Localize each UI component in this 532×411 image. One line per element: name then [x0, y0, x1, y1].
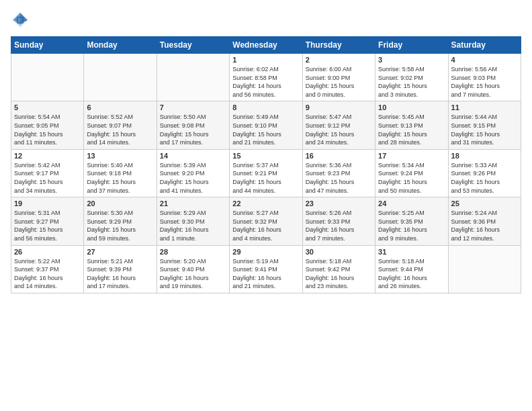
- day-number: 22: [232, 199, 299, 208]
- logo-icon: [11, 11, 30, 30]
- day-info: Sunrise: 5:47 AM Sunset: 9:12 PM Dayligh…: [306, 113, 372, 146]
- day-info: Sunrise: 5:20 AM Sunset: 9:40 PM Dayligh…: [160, 257, 226, 291]
- day-cell-14: 14Sunrise: 5:39 AM Sunset: 9:20 PM Dayli…: [157, 149, 229, 197]
- day-number: 1: [232, 56, 299, 64]
- day-info: Sunrise: 5:30 AM Sunset: 9:29 PM Dayligh…: [87, 209, 153, 242]
- day-cell-13: 13Sunrise: 5:40 AM Sunset: 9:18 PM Dayli…: [84, 149, 157, 197]
- day-info: Sunrise: 5:18 AM Sunset: 9:44 PM Dayligh…: [378, 257, 445, 291]
- header-row: SundayMondayTuesdayWednesdayThursdayFrid…: [11, 37, 521, 54]
- day-cell-28: 28Sunrise: 5:20 AM Sunset: 9:40 PM Dayli…: [157, 245, 229, 293]
- day-cell-24: 24Sunrise: 5:25 AM Sunset: 9:35 PM Dayli…: [375, 197, 448, 245]
- day-cell-23: 23Sunrise: 5:26 AM Sunset: 9:33 PM Dayli…: [302, 197, 375, 245]
- header-cell-tuesday: Tuesday: [157, 37, 229, 54]
- day-number: 3: [378, 56, 445, 64]
- day-info: Sunrise: 5:50 AM Sunset: 9:08 PM Dayligh…: [160, 113, 226, 146]
- day-cell-15: 15Sunrise: 5:37 AM Sunset: 9:21 PM Dayli…: [230, 149, 302, 197]
- day-number: 30: [306, 248, 372, 256]
- header-cell-monday: Monday: [84, 37, 157, 54]
- day-number: 26: [14, 248, 81, 256]
- day-number: 31: [378, 248, 445, 256]
- day-cell-1: 1Sunrise: 6:02 AM Sunset: 8:58 PM Daylig…: [230, 54, 302, 101]
- day-info: Sunrise: 5:45 AM Sunset: 9:13 PM Dayligh…: [378, 113, 445, 146]
- day-info: Sunrise: 5:42 AM Sunset: 9:17 PM Dayligh…: [14, 161, 81, 195]
- day-info: Sunrise: 5:54 AM Sunset: 9:05 PM Dayligh…: [14, 113, 81, 146]
- day-cell-8: 8Sunrise: 5:49 AM Sunset: 9:10 PM Daylig…: [230, 101, 302, 149]
- day-info: Sunrise: 5:26 AM Sunset: 9:33 PM Dayligh…: [306, 209, 372, 242]
- empty-cell: [11, 54, 84, 101]
- empty-cell: [448, 245, 521, 293]
- day-info: Sunrise: 5:19 AM Sunset: 9:41 PM Dayligh…: [232, 257, 299, 291]
- day-number: 5: [14, 103, 81, 111]
- day-info: Sunrise: 5:34 AM Sunset: 9:24 PM Dayligh…: [378, 161, 445, 195]
- day-cell-6: 6Sunrise: 5:52 AM Sunset: 9:07 PM Daylig…: [84, 101, 157, 149]
- day-info: Sunrise: 5:58 AM Sunset: 9:02 PM Dayligh…: [378, 65, 445, 99]
- page-header: [11, 11, 521, 30]
- day-info: Sunrise: 5:33 AM Sunset: 9:26 PM Dayligh…: [451, 161, 518, 195]
- day-number: 15: [232, 152, 299, 160]
- day-info: Sunrise: 5:40 AM Sunset: 9:18 PM Dayligh…: [87, 161, 153, 195]
- day-cell-18: 18Sunrise: 5:33 AM Sunset: 9:26 PM Dayli…: [448, 149, 521, 197]
- day-number: 23: [306, 199, 372, 208]
- day-cell-25: 25Sunrise: 5:24 AM Sunset: 9:36 PM Dayli…: [448, 197, 521, 245]
- day-cell-27: 27Sunrise: 5:21 AM Sunset: 9:39 PM Dayli…: [84, 245, 157, 293]
- day-number: 24: [378, 199, 445, 208]
- day-cell-4: 4Sunrise: 5:56 AM Sunset: 9:03 PM Daylig…: [448, 54, 521, 101]
- day-number: 7: [160, 103, 226, 111]
- day-number: 14: [160, 152, 226, 160]
- calendar-week-5: 26Sunrise: 5:22 AM Sunset: 9:37 PM Dayli…: [11, 245, 521, 293]
- day-info: Sunrise: 5:36 AM Sunset: 9:23 PM Dayligh…: [306, 161, 372, 195]
- day-number: 27: [87, 248, 153, 256]
- day-number: 2: [306, 56, 372, 64]
- day-cell-2: 2Sunrise: 6:00 AM Sunset: 9:00 PM Daylig…: [302, 54, 375, 101]
- day-number: 11: [451, 103, 518, 111]
- day-cell-21: 21Sunrise: 5:29 AM Sunset: 9:30 PM Dayli…: [157, 197, 229, 245]
- day-cell-9: 9Sunrise: 5:47 AM Sunset: 9:12 PM Daylig…: [302, 101, 375, 149]
- day-info: Sunrise: 5:56 AM Sunset: 9:03 PM Dayligh…: [451, 65, 518, 99]
- day-number: 25: [451, 199, 518, 208]
- calendar-header: SundayMondayTuesdayWednesdayThursdayFrid…: [11, 37, 521, 54]
- day-number: 28: [160, 248, 226, 256]
- day-info: Sunrise: 5:25 AM Sunset: 9:35 PM Dayligh…: [378, 209, 445, 242]
- day-number: 12: [14, 152, 81, 160]
- day-number: 6: [87, 103, 153, 111]
- calendar-body: 1Sunrise: 6:02 AM Sunset: 8:58 PM Daylig…: [11, 54, 521, 293]
- day-cell-22: 22Sunrise: 5:27 AM Sunset: 9:32 PM Dayli…: [230, 197, 302, 245]
- calendar-week-1: 1Sunrise: 6:02 AM Sunset: 8:58 PM Daylig…: [11, 54, 521, 101]
- day-cell-30: 30Sunrise: 5:18 AM Sunset: 9:42 PM Dayli…: [302, 245, 375, 293]
- day-cell-12: 12Sunrise: 5:42 AM Sunset: 9:17 PM Dayli…: [11, 149, 84, 197]
- day-number: 29: [232, 248, 299, 256]
- logo: [11, 11, 32, 30]
- header-cell-thursday: Thursday: [302, 37, 375, 54]
- day-info: Sunrise: 5:39 AM Sunset: 9:20 PM Dayligh…: [160, 161, 226, 195]
- day-cell-11: 11Sunrise: 5:44 AM Sunset: 9:15 PM Dayli…: [448, 101, 521, 149]
- day-number: 17: [378, 152, 445, 160]
- day-info: Sunrise: 5:52 AM Sunset: 9:07 PM Dayligh…: [87, 113, 153, 146]
- calendar-week-3: 12Sunrise: 5:42 AM Sunset: 9:17 PM Dayli…: [11, 149, 521, 197]
- day-info: Sunrise: 6:02 AM Sunset: 8:58 PM Dayligh…: [232, 65, 299, 99]
- day-cell-3: 3Sunrise: 5:58 AM Sunset: 9:02 PM Daylig…: [375, 54, 448, 101]
- day-number: 4: [451, 56, 518, 64]
- calendar-table: SundayMondayTuesdayWednesdayThursdayFrid…: [11, 36, 521, 293]
- day-number: 20: [87, 199, 153, 208]
- day-number: 10: [378, 103, 445, 111]
- day-cell-19: 19Sunrise: 5:31 AM Sunset: 9:27 PM Dayli…: [11, 197, 84, 245]
- day-info: Sunrise: 5:22 AM Sunset: 9:37 PM Dayligh…: [14, 257, 81, 291]
- empty-cell: [84, 54, 157, 101]
- day-cell-29: 29Sunrise: 5:19 AM Sunset: 9:41 PM Dayli…: [230, 245, 302, 293]
- day-number: 9: [306, 103, 372, 111]
- header-cell-saturday: Saturday: [448, 37, 521, 54]
- day-cell-20: 20Sunrise: 5:30 AM Sunset: 9:29 PM Dayli…: [84, 197, 157, 245]
- day-number: 16: [306, 152, 372, 160]
- day-number: 8: [232, 103, 299, 111]
- day-info: Sunrise: 5:37 AM Sunset: 9:21 PM Dayligh…: [232, 161, 299, 195]
- day-cell-7: 7Sunrise: 5:50 AM Sunset: 9:08 PM Daylig…: [157, 101, 229, 149]
- day-info: Sunrise: 5:29 AM Sunset: 9:30 PM Dayligh…: [160, 209, 226, 242]
- day-info: Sunrise: 5:49 AM Sunset: 9:10 PM Dayligh…: [232, 113, 299, 146]
- day-number: 18: [451, 152, 518, 160]
- day-cell-31: 31Sunrise: 5:18 AM Sunset: 9:44 PM Dayli…: [375, 245, 448, 293]
- header-cell-wednesday: Wednesday: [230, 37, 302, 54]
- day-info: Sunrise: 5:21 AM Sunset: 9:39 PM Dayligh…: [87, 257, 153, 291]
- day-cell-17: 17Sunrise: 5:34 AM Sunset: 9:24 PM Dayli…: [375, 149, 448, 197]
- day-cell-5: 5Sunrise: 5:54 AM Sunset: 9:05 PM Daylig…: [11, 101, 84, 149]
- day-info: Sunrise: 5:24 AM Sunset: 9:36 PM Dayligh…: [451, 209, 518, 242]
